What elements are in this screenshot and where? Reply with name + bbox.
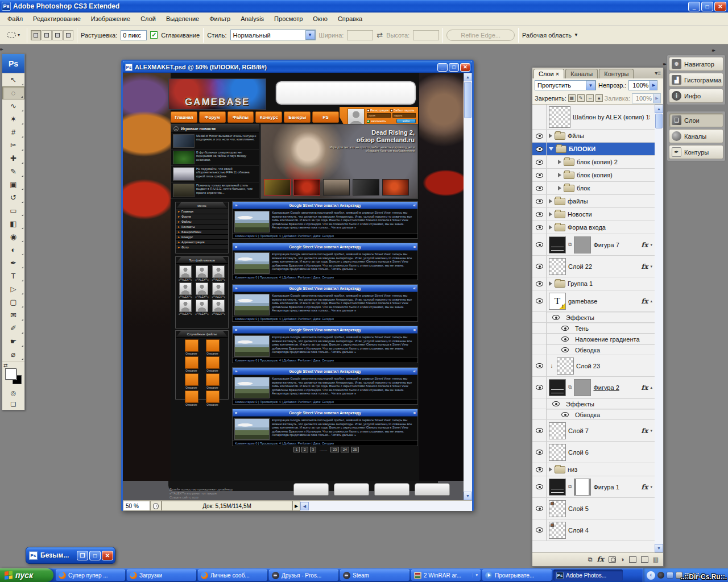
layer-visibility-toggle[interactable] <box>532 143 547 155</box>
news-item[interactable]: В футбольных симуляторах нет перерывов н… <box>171 149 259 166</box>
pagination-page[interactable]: 3 <box>310 447 316 452</box>
post-meta[interactable]: Комментарии 0 | Просмотров: 4 | Добавил:… <box>233 440 417 446</box>
post-header[interactable]: »Google Street View охватил Антарктиду« <box>233 202 417 209</box>
post-meta[interactable]: Комментарии 0 | Просмотров: 4 | Добавил:… <box>233 399 417 404</box>
panel-collapse-icon[interactable]: ▸▸ <box>653 61 665 67</box>
effects-header-row[interactable]: Эффекты <box>532 312 655 323</box>
layer-row[interactable]: БЛООКИ <box>532 143 655 156</box>
dock-item-info[interactable]: iИнфо <box>669 89 723 103</box>
top-user-cell[interactable]: «**ALEX**» <box>194 300 209 315</box>
password-input[interactable]: пароль <box>392 113 416 118</box>
expand-triangle-icon[interactable] <box>558 160 561 164</box>
scroll-down-icon[interactable]: ▼ <box>464 492 472 500</box>
sidebar-menu-item[interactable]: ▸Фото <box>176 245 228 250</box>
task-button[interactable]: Steam <box>340 569 410 581</box>
vertical-scrollbar[interactable]: ▲ ▼ <box>464 73 472 500</box>
opacity-field[interactable]: 100% ▶ <box>628 80 657 90</box>
foreground-color-swatch[interactable] <box>5 368 16 380</box>
news-item[interactable]: Medal of Honor вызывает очень гнетущее о… <box>171 133 259 149</box>
layer-visibility-toggle[interactable] <box>532 208 547 221</box>
layers-tab[interactable]: Каналы <box>565 69 598 78</box>
layer-mask-icon[interactable] <box>609 556 616 563</box>
chevron-down-icon[interactable]: ▼ <box>586 81 595 90</box>
task-button[interactable]: Проигрывате... <box>482 569 552 581</box>
selection-add-button[interactable] <box>42 30 52 40</box>
layer-row[interactable]: Слой 4 <box>532 519 655 541</box>
doc-close-button[interactable]: ✕ <box>460 63 470 72</box>
layer-visibility-toggle[interactable] <box>532 355 547 376</box>
layer-visibility-toggle[interactable] <box>532 377 547 398</box>
adjustment-layer-icon[interactable]: ◑ <box>621 556 624 563</box>
quick-mask-button[interactable]: ◎ <box>2 387 24 398</box>
layers-tab[interactable]: Слои × <box>533 69 564 78</box>
random-file-cell[interactable]: Описание <box>181 339 201 355</box>
pagination-page[interactable]: 2 <box>301 447 308 452</box>
layer-row[interactable]: файлы <box>532 195 655 208</box>
layer-visibility-toggle[interactable] <box>532 195 547 207</box>
move-tool[interactable]: ↖ <box>2 73 24 86</box>
layer-row[interactable]: ⧉Фигура 7fx▾ <box>532 234 655 256</box>
history-brush-tool[interactable]: ↺ <box>2 191 24 204</box>
layer-row[interactable]: Новости <box>532 208 655 221</box>
toolbox-collapse-icon[interactable]: ▸▸ <box>0 47 8 53</box>
restore-button[interactable]: ❐ <box>77 551 88 560</box>
dock-item-navigator[interactable]: ☸Навигатор <box>669 57 723 71</box>
expand-triangle-icon[interactable] <box>549 147 553 151</box>
layer-row[interactable]: Tgamebasefx▴ <box>532 290 655 312</box>
chevron-down-icon[interactable]: ▼ <box>305 30 315 40</box>
top-user-cell[interactable]: «**ALEX**» <box>211 300 226 315</box>
expand-triangle-icon[interactable] <box>549 212 552 217</box>
post-header[interactable]: »Google Street View охватил Антарктиду« <box>233 326 417 334</box>
post-meta[interactable]: Комментарии 0 | Просмотров: 4 | Добавил:… <box>233 233 417 238</box>
layer-row[interactable]: Слой 7fx▾ <box>532 420 655 442</box>
random-file-cell[interactable]: Описание <box>181 373 201 389</box>
random-file-cell[interactable]: Описание <box>202 373 222 389</box>
random-file-cell[interactable]: Описание <box>202 390 222 406</box>
effect-row[interactable]: Обводка <box>532 344 655 355</box>
antialias-checkbox[interactable]: ✓ <box>150 31 158 39</box>
scroll-up-icon[interactable]: ▲ <box>655 105 663 113</box>
effects-toggle-icon[interactable]: ▾ <box>650 264 652 269</box>
swap-dimensions-icon[interactable]: ⇄ <box>377 31 383 39</box>
notes-tool[interactable]: ✉ <box>2 309 24 322</box>
featured-thumb[interactable] <box>353 179 379 196</box>
menu-2[interactable]: Изображение <box>86 14 135 24</box>
panel-menu-icon[interactable]: ▾≡ <box>655 70 661 76</box>
new-layer-icon[interactable] <box>641 556 648 563</box>
shape-tool[interactable]: ▢ <box>2 296 24 309</box>
zoom-level-field[interactable]: 50 % <box>123 501 150 511</box>
zoom-tool[interactable]: ⌀ <box>2 348 24 361</box>
site-nav-3[interactable]: Конкурс <box>255 111 282 123</box>
effect-row[interactable]: Наложение градиента <box>532 334 655 344</box>
layer-row[interactable]: Форма входа <box>532 221 655 234</box>
footer-tab[interactable] <box>374 483 410 496</box>
task-button[interactable]: Супер пупер ... <box>56 569 125 581</box>
menu-6[interactable]: Analysis <box>235 14 269 24</box>
dock-item-channels[interactable]: Каналы <box>669 129 723 143</box>
dock-collapse-icon[interactable]: ▸▸ <box>712 48 725 53</box>
link-layers-icon[interactable]: ⧉ <box>588 556 593 563</box>
random-file-cell[interactable]: Описание <box>181 356 201 372</box>
tray-chevron-icon[interactable]: ‹ <box>647 571 655 580</box>
sidebar-menu-item[interactable]: ▸Конкурс <box>176 235 228 240</box>
layer-row[interactable]: Шаблон by ALEX (копия) 15 <box>532 105 655 130</box>
layer-visibility-toggle[interactable] <box>532 169 547 181</box>
random-file-cell[interactable]: Описание <box>202 356 222 372</box>
footer-tab[interactable] <box>293 483 329 496</box>
maximize-button[interactable]: □ <box>89 551 101 560</box>
pagination-page[interactable]: 25 <box>351 447 359 452</box>
slice-tool[interactable]: ✂ <box>2 139 24 152</box>
selection-intersect-button[interactable] <box>63 30 73 40</box>
menu-7[interactable]: Просмотр <box>269 14 308 24</box>
screen-mode-button[interactable]: ❏ <box>2 398 24 410</box>
sidebar-menu-item[interactable]: ▸Администрация <box>176 240 228 245</box>
layer-row[interactable]: низ <box>532 463 655 476</box>
expand-triangle-icon[interactable] <box>549 281 552 286</box>
news-item[interactable]: Не подумайте, что своей оборонительность… <box>171 166 259 182</box>
steam-tray-icon[interactable] <box>657 572 664 579</box>
forgot-password-link[interactable]: Забыл пароль <box>390 109 414 112</box>
blend-mode-select[interactable]: Пропустить ▼ <box>535 80 596 90</box>
post-meta[interactable]: Комментарии 0 | Просмотров: 4 | Добавил:… <box>233 275 417 280</box>
maximize-button[interactable]: □ <box>701 2 713 11</box>
top-user-cell[interactable]: «**ALEX**» <box>194 282 209 298</box>
